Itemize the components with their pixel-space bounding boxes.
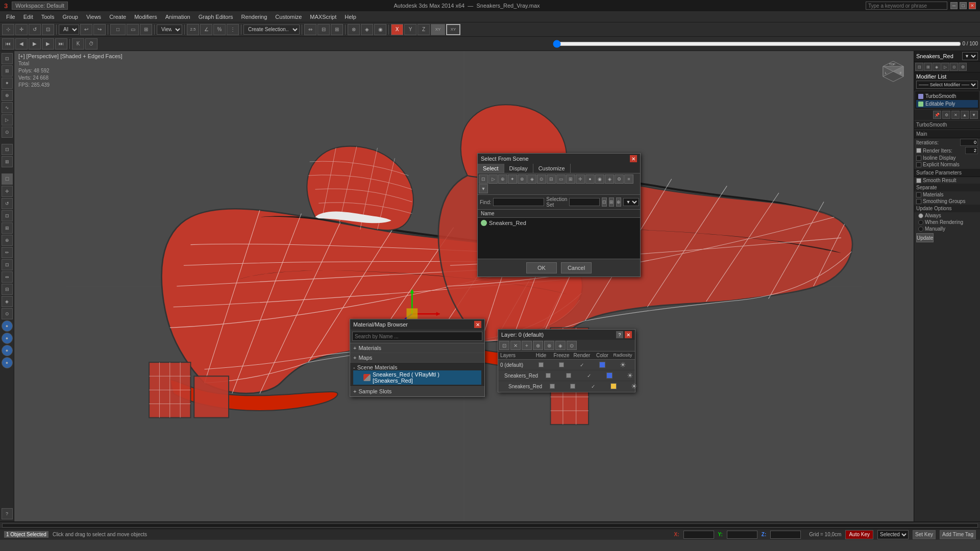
graph-editor-btn[interactable]: ⊗ [348, 24, 360, 35]
lt-help-btn[interactable]: ? [2, 508, 13, 519]
move-down-btn[interactable]: ▼ [970, 111, 978, 119]
ld-btn-6[interactable]: ◈ [555, 341, 566, 350]
selection-set-input[interactable] [569, 198, 600, 206]
lt-squash-btn[interactable]: ⊞ [2, 222, 13, 234]
lt-measure-btn[interactable]: ⊙ [2, 308, 13, 319]
maximize-button[interactable]: □ [960, 2, 967, 9]
always-radio[interactable] [918, 213, 923, 218]
dt-btn-16[interactable]: ≡ [624, 174, 633, 184]
layer-close-btn[interactable]: ✕ [625, 331, 632, 338]
rotate-tool-btn[interactable]: ↺ [29, 24, 41, 35]
dt-btn-11[interactable]: ✛ [576, 174, 585, 184]
dt-btn-6[interactable]: ◈ [527, 174, 536, 184]
layer-dialog-titlebar[interactable]: Layer: 0 (default) ? ✕ [498, 330, 635, 340]
freeze-cb-sneakers[interactable] [566, 373, 571, 378]
lt-scale-btn[interactable]: ⊡ [2, 210, 13, 221]
update-button[interactable]: Update [916, 233, 934, 242]
layer-row-sneakers[interactable]: Sneakers_Red ✓ ☀ [498, 370, 635, 381]
ld-btn-4[interactable]: ⊕ [533, 341, 543, 350]
select-tool-btn[interactable]: ⊹ [2, 24, 14, 35]
view-dropdown[interactable]: View [157, 24, 182, 35]
mirror-btn[interactable]: ⇔ [304, 24, 316, 35]
sel-set-btn-3[interactable]: ⊕ [616, 197, 621, 207]
mat-browser-close[interactable]: ✕ [474, 321, 481, 328]
workspace-label[interactable]: Workspace: Default [12, 2, 68, 10]
menu-edit[interactable]: Edit [19, 13, 37, 21]
lt-populate-btn[interactable]: ⊡ [2, 259, 13, 270]
prev-frame-btn[interactable]: ◀ [15, 38, 28, 49]
scroll-track[interactable] [2, 523, 978, 528]
menu-graph-editors[interactable]: Graph Editors [194, 13, 237, 21]
lt-normal-btn[interactable]: ⊟ [2, 284, 13, 295]
create-icon[interactable]: ⊡ [915, 63, 923, 71]
move-up-btn[interactable]: ▲ [961, 111, 969, 119]
tab-select[interactable]: Select [478, 164, 504, 173]
set-key-button[interactable]: Set Key [913, 530, 936, 539]
layer-help-btn[interactable]: ? [616, 331, 623, 338]
hide-cb-sneakers2[interactable] [550, 384, 555, 389]
ld-btn-5[interactable]: ⊗ [544, 341, 554, 350]
minimize-button[interactable]: ─ [950, 2, 958, 9]
layer-row-default[interactable]: 0 (default) ✓ ☀ [498, 360, 635, 370]
menu-file[interactable]: File [2, 13, 19, 21]
schematic-view-btn[interactable]: ◈ [361, 24, 373, 35]
render-frame-btn[interactable]: Y [404, 24, 416, 35]
timeline-slider[interactable] [553, 42, 961, 46]
remove-mod-btn[interactable]: ✕ [951, 111, 960, 119]
dt-btn-9[interactable]: ▭ [556, 174, 566, 184]
play-btn[interactable]: ⏮ [2, 38, 14, 49]
lt-motion-btn[interactable]: ⊙ [2, 127, 13, 138]
coord-xyz-btn[interactable]: XY [446, 24, 460, 35]
lt-sub-btn[interactable]: ⊞ [2, 65, 13, 77]
smoothing-groups-checkbox[interactable] [916, 199, 921, 204]
window-crossing-btn[interactable]: ⊞ [140, 24, 152, 35]
utilities-icon[interactable]: ⚙ [959, 63, 967, 71]
align-btn[interactable]: ⊟ [317, 24, 330, 35]
active-shade-btn[interactable]: Z [418, 24, 430, 35]
z-coord-input[interactable] [770, 531, 801, 539]
lt-env-btn[interactable]: ● [2, 357, 13, 368]
last-frame-btn[interactable]: ⏭ [55, 38, 67, 49]
menu-rendering[interactable]: Rendering [237, 13, 272, 21]
move-tool-btn[interactable]: ✛ [15, 24, 28, 35]
menu-animation[interactable]: Animation [161, 13, 194, 21]
ld-btn-1[interactable]: ⊡ [499, 341, 509, 350]
lt-display-btn[interactable]: ⊡ [2, 144, 13, 155]
dt-btn-1[interactable]: ⊡ [479, 174, 488, 184]
dt-btn-13[interactable]: ◉ [595, 174, 604, 184]
mb-section-materials[interactable]: + Materials [350, 343, 484, 353]
dt-btn-8[interactable]: ⊟ [547, 174, 556, 184]
menu-group[interactable]: Group [58, 13, 82, 21]
close-button[interactable]: ✕ [969, 2, 976, 9]
lt-create-btn[interactable]: ✦ [2, 78, 13, 89]
time-config-btn[interactable]: ⏱ [85, 38, 97, 49]
color-swatch-sneakers[interactable] [606, 372, 612, 379]
lt-place-btn[interactable]: ⊕ [2, 235, 13, 246]
sel-set-btn-2[interactable]: ⊞ [609, 197, 614, 207]
lt-mirror-btn2[interactable]: ⇔ [2, 271, 13, 283]
lt-rot-btn[interactable]: ↺ [2, 198, 13, 209]
lt-camera-btn[interactable]: ● [2, 320, 13, 332]
select-from-scene-titlebar[interactable]: Select From Scene ✕ [478, 154, 640, 164]
render-setup-btn[interactable]: X [391, 24, 403, 35]
scale-tool-btn[interactable]: ⊡ [42, 24, 54, 35]
iterations-input[interactable] [960, 139, 978, 146]
y-coord-input[interactable] [727, 531, 757, 539]
menu-modifiers[interactable]: Modifiers [130, 13, 161, 21]
cancel-button[interactable]: Cancel [561, 262, 592, 273]
snap-toggle-btn[interactable]: 2.5 [187, 24, 199, 35]
viewport[interactable]: [+] [Perspective] [Shaded + Edged Faces]… [14, 51, 914, 521]
render-iters-input[interactable] [965, 147, 978, 154]
dt-btn-10[interactable]: ⊞ [566, 174, 575, 184]
key-mode-btn[interactable]: K [72, 38, 84, 49]
named-selection-dropdown[interactable]: Create Selection... [243, 24, 300, 35]
find-input[interactable] [493, 198, 544, 206]
dt-btn-17[interactable]: ▼ [479, 184, 488, 193]
menu-maxscript[interactable]: MAXScript [306, 13, 340, 21]
mat-search-input[interactable] [352, 332, 482, 341]
tab-display[interactable]: Display [504, 164, 533, 173]
menu-tools[interactable]: Tools [37, 13, 59, 21]
coord-xy-btn[interactable]: XY [431, 24, 445, 35]
viewport-cube[interactable]: TOP L F [878, 56, 909, 87]
material-editor-btn[interactable]: ◉ [374, 24, 386, 35]
